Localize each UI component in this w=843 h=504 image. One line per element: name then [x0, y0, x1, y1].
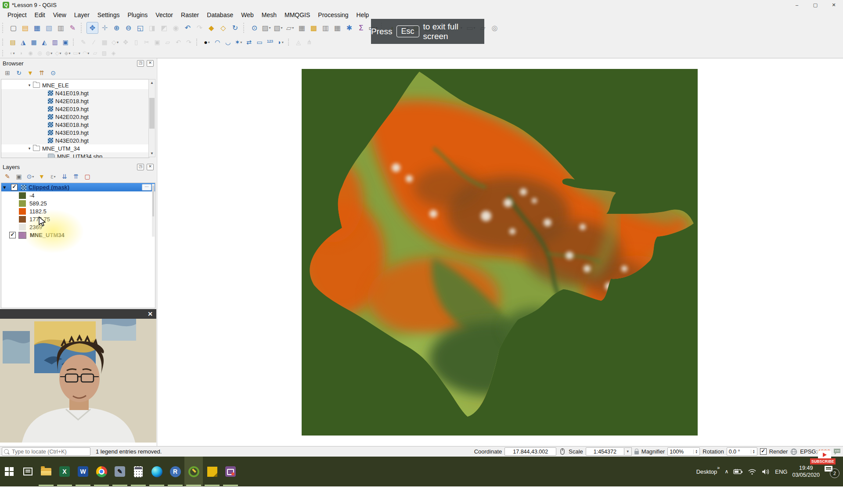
- remove-layer-button[interactable]: ▢: [83, 172, 92, 181]
- filter-by-expression-button[interactable]: ε▾: [48, 172, 58, 181]
- browser-item-n43e020-hgt[interactable]: N43E020.hgt: [1, 137, 149, 144]
- toolbar-handle[interactable]: [196, 39, 200, 46]
- pan-to-selection-button[interactable]: ✛: [99, 22, 110, 33]
- add-vector-layer-button[interactable]: ◮: [18, 37, 28, 47]
- layers-scrollbar[interactable]: [152, 184, 155, 237]
- data-source-manager-button[interactable]: ▤: [8, 37, 18, 47]
- processing-options-button[interactable]: ✱: [344, 22, 355, 33]
- select-by-form-button[interactable]: ▱▾: [285, 22, 295, 33]
- layer-checkbox[interactable]: ✓: [11, 184, 18, 191]
- select-features-button[interactable]: ▨▾: [261, 22, 272, 33]
- subscribe-overlay[interactable]: SUBSCRIBE: [810, 450, 836, 464]
- taskbar-app-excel[interactable]: X: [55, 457, 74, 486]
- zoom-in-button[interactable]: ⊕: [111, 22, 122, 33]
- zoom-full-extent-button[interactable]: ◱: [135, 22, 146, 33]
- toolbar-handle[interactable]: [2, 39, 6, 46]
- menu-layer[interactable]: Layer: [70, 11, 94, 19]
- layer-label[interactable]: Clipped (mask): [29, 184, 69, 191]
- battery-icon[interactable]: [733, 468, 743, 475]
- scroll-thumb[interactable]: [149, 98, 155, 129]
- manage-map-themes-button[interactable]: ⊙▾: [25, 172, 35, 181]
- open-project-button[interactable]: ▤: [20, 22, 31, 33]
- minimize-button[interactable]: –: [788, 0, 806, 10]
- webcam-overlay-window[interactable]: ✕: [0, 309, 156, 443]
- scale-dropdown-icon[interactable]: ▼: [624, 447, 632, 456]
- add-virtual-layer-button[interactable]: ▣: [61, 37, 70, 47]
- spinner-arrows-icon[interactable]: ▲▼: [693, 450, 698, 454]
- toolbar-handle[interactable]: [81, 23, 84, 32]
- locator-input[interactable]: [11, 448, 79, 455]
- layers-float-button[interactable]: ◳: [137, 164, 144, 170]
- legend-entry--4[interactable]: -4: [1, 191, 155, 199]
- browser-item-n42e019-hgt[interactable]: N42E019.hgt: [1, 105, 149, 113]
- menu-project[interactable]: Project: [4, 11, 31, 19]
- layout-manager-button[interactable]: ▥: [320, 22, 331, 33]
- layer-row-mne-utm34[interactable]: ✓ MNE_UTM34: [1, 231, 155, 239]
- browser-item-n43e018-hgt[interactable]: N43E018.hgt: [1, 121, 149, 129]
- menu-help[interactable]: Help: [353, 11, 373, 19]
- spinner-arrows-icon[interactable]: ▲▼: [751, 450, 755, 454]
- properties-widget-button[interactable]: ⊙: [48, 68, 58, 77]
- taskbar-app-start[interactable]: [0, 457, 18, 486]
- toolbar-handle[interactable]: [288, 39, 292, 46]
- window-titlebar[interactable]: Q *Lesson 9 - QGIS – ▢ ✕: [0, 0, 843, 10]
- layer-row-clipped-mask[interactable]: ▾ ✓ Clipped (mask) ⋯: [1, 183, 155, 191]
- save-project-as-button[interactable]: ▧: [43, 22, 54, 33]
- tape-measure-button[interactable]: ▭: [255, 37, 264, 47]
- webcam-titlebar[interactable]: ✕: [0, 309, 156, 319]
- menu-vector[interactable]: Vector: [151, 11, 177, 19]
- speaker-icon[interactable]: [761, 468, 770, 475]
- deselect-features-button[interactable]: ▧▾: [273, 22, 284, 33]
- menu-plugins[interactable]: Plugins: [123, 11, 151, 19]
- locator-search[interactable]: [2, 447, 90, 456]
- coordinate-input[interactable]: 17.844,43.002: [504, 447, 556, 456]
- show-bookmarks-button[interactable]: ◇: [218, 22, 229, 33]
- modify-attributes-button[interactable]: ✶▾: [234, 37, 243, 47]
- browser-item-mne-utm34-shp[interactable]: MNE_UTM34.shp: [1, 152, 149, 158]
- dropdown-arrow-icon[interactable]: ▾: [54, 175, 56, 179]
- browser-item-n41e019-hgt[interactable]: N41E019.hgt: [1, 89, 149, 97]
- webcam-close-icon[interactable]: ✕: [148, 310, 153, 317]
- dropdown-arrow-icon[interactable]: ▾: [292, 26, 294, 30]
- expander-icon[interactable]: ▾: [27, 146, 32, 151]
- browser-float-button[interactable]: ◳: [137, 60, 144, 67]
- map-canvas[interactable]: [157, 58, 843, 446]
- rotation-spinner[interactable]: 0.0 ° ▲▼: [727, 447, 757, 456]
- field-calculator-button[interactable]: ▩: [308, 22, 319, 33]
- menu-web[interactable]: Web: [237, 11, 258, 19]
- menu-mmqgis[interactable]: MMQGIS: [281, 11, 314, 19]
- menu-settings[interactable]: Settings: [94, 11, 124, 19]
- scroll-up-icon[interactable]: ▲: [149, 79, 155, 86]
- taskbar-app-sticky[interactable]: [203, 457, 221, 486]
- taskbar-app-chrome[interactable]: [92, 457, 111, 486]
- menu-database[interactable]: Database: [203, 11, 237, 19]
- legend-entry-11825[interactable]: 1182.5: [1, 207, 155, 215]
- action-center[interactable]: 2: [825, 464, 839, 479]
- menu-mesh[interactable]: Mesh: [258, 11, 281, 19]
- taskbar-app-word[interactable]: W: [74, 457, 92, 486]
- expand-all-button[interactable]: ⇊: [60, 172, 69, 181]
- magnifier-spinner[interactable]: 100% ▲▼: [667, 447, 700, 456]
- dropdown-arrow-icon[interactable]: ▾: [13, 51, 15, 55]
- taskbar-app-recorder[interactable]: [221, 457, 240, 486]
- layer-label[interactable]: MNE_UTM34: [30, 232, 65, 238]
- browser-scrollbar[interactable]: ▲ ▼: [148, 79, 155, 157]
- taskbar-app-calculator[interactable]: [129, 457, 148, 486]
- wifi-icon[interactable]: [748, 468, 757, 475]
- add-selected-layers-button[interactable]: ⊞: [3, 68, 12, 77]
- dropdown-arrow-icon[interactable]: ▾: [32, 175, 34, 179]
- save-project-button[interactable]: ▦: [32, 22, 43, 33]
- browser-item-n42e020-hgt[interactable]: N42E020.hgt: [1, 113, 149, 121]
- taskbar-app-explorer[interactable]: [37, 457, 55, 486]
- legend-entry-58925[interactable]: 589.25: [1, 199, 155, 207]
- move-feature-copy-button[interactable]: ⇄: [244, 37, 254, 47]
- collapse-all-layers-button[interactable]: ⇈: [71, 172, 81, 181]
- menu-processing[interactable]: Processing: [314, 11, 352, 19]
- lock-scale-icon[interactable]: [634, 451, 639, 454]
- menu-edit[interactable]: Edit: [31, 11, 49, 19]
- render-checkbox[interactable]: ✓: [760, 448, 767, 455]
- dropdown-arrow-icon[interactable]: ▾: [79, 51, 80, 55]
- dropdown-arrow-icon[interactable]: ▾: [240, 40, 242, 44]
- dropdown-arrow-icon[interactable]: ▾: [117, 40, 119, 44]
- extents-toggle-icon[interactable]: [559, 448, 566, 455]
